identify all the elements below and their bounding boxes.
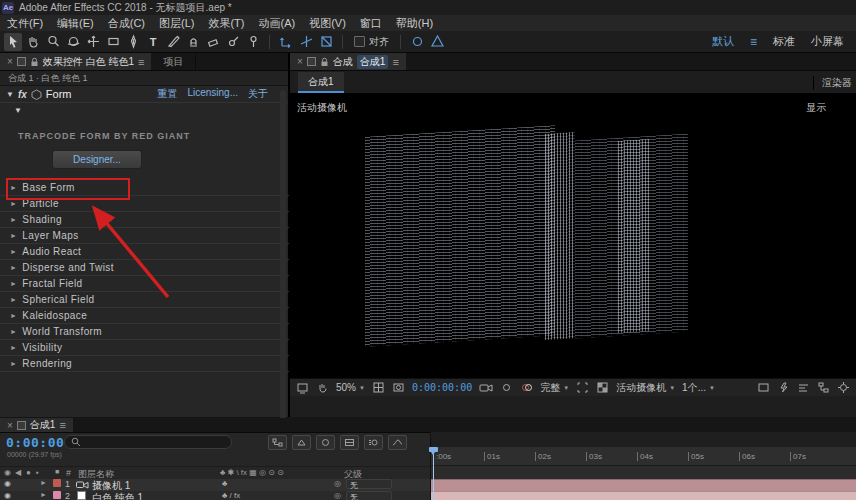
twirl-open-icon[interactable]: ▼	[6, 90, 14, 99]
resolution-select[interactable]: 完整 ▼	[540, 381, 569, 395]
checkbox-icon[interactable]	[354, 36, 365, 47]
hand-icon[interactable]	[316, 381, 329, 394]
snapping-checkbox[interactable]: 对齐	[354, 35, 389, 49]
orbit-camera-tool-icon[interactable]	[64, 33, 82, 51]
twirl-closed-icon[interactable]: ►	[10, 328, 17, 335]
hand-tool-icon[interactable]	[24, 33, 42, 51]
panel-menu-icon[interactable]: ≡	[138, 56, 144, 68]
group-layer-maps[interactable]: ►Layer Maps	[0, 228, 289, 244]
mask-visibility-icon[interactable]	[392, 381, 405, 394]
shy-layers-button[interactable]	[316, 435, 335, 450]
panel-menu-icon[interactable]: ≡	[392, 56, 398, 68]
motion-blur-button[interactable]	[364, 435, 383, 450]
view-layout-select[interactable]: 1个... ▼	[682, 381, 715, 395]
zoom-tool-icon[interactable]	[44, 33, 62, 51]
clone-stamp-tool-icon[interactable]	[184, 33, 202, 51]
flowchart-button-icon[interactable]	[817, 381, 830, 394]
parent-select[interactable]: 无 ▼	[346, 491, 392, 500]
pan-behind-tool-icon[interactable]	[84, 33, 102, 51]
workspace-small-screen-tab[interactable]: 小屏幕	[811, 34, 844, 49]
menu-file[interactable]: 文件(F)	[0, 16, 50, 31]
shape-options-icon[interactable]	[428, 33, 446, 51]
tab-composition[interactable]: × 合成 合成1 ≡	[290, 53, 406, 70]
twirl-closed-icon[interactable]: ►	[10, 312, 17, 319]
vertical-scrollbar[interactable]	[280, 90, 286, 420]
tab-effect-controls[interactable]: × 效果控件 白色 纯色1 ≡	[0, 53, 151, 70]
workspace-menu-icon[interactable]: ≡	[750, 35, 757, 49]
workspace-default-tab[interactable]: 默认	[712, 34, 734, 49]
twirl-closed-icon[interactable]: ►	[10, 296, 17, 303]
world-axis-mode-icon[interactable]	[297, 33, 315, 51]
transparency-grid-icon[interactable]	[596, 381, 609, 394]
menu-animation[interactable]: 动画(A)	[252, 16, 303, 31]
draft-3d-button[interactable]	[292, 435, 311, 450]
active-camera-select[interactable]: 活动摄像机 ▼	[616, 381, 675, 395]
group-visibility[interactable]: ►Visibility	[0, 340, 289, 356]
licensing-link[interactable]: Licensing...	[187, 87, 238, 101]
mask-options-icon[interactable]	[408, 33, 426, 51]
twirl-closed-icon[interactable]: ►	[10, 232, 17, 239]
twirl-closed-icon[interactable]: ►	[10, 184, 17, 191]
fast-previews-icon[interactable]	[777, 381, 790, 394]
twirl-open-icon[interactable]: ▼	[14, 106, 22, 115]
twirl-closed-icon[interactable]: ►	[10, 216, 17, 223]
time-ruler[interactable]: :00s 01s 02s 03s 04s 05s 06s 07s	[431, 447, 856, 466]
lock-icon[interactable]	[30, 57, 39, 67]
menu-edit[interactable]: 编辑(E)	[50, 16, 101, 31]
twirl-closed-icon[interactable]: ►	[10, 360, 17, 367]
snapshot-camera-icon[interactable]	[479, 382, 493, 393]
timeline-search-box[interactable]	[64, 435, 232, 449]
frame-blending-button[interactable]	[340, 435, 359, 450]
comp-current-time[interactable]: 0:00:00:00	[412, 382, 472, 393]
lock-icon[interactable]	[320, 57, 329, 67]
twirl-closed-icon[interactable]: ►	[10, 200, 17, 207]
selection-tool-icon[interactable]	[4, 33, 22, 51]
about-link[interactable]: 关于	[248, 87, 268, 101]
rectangle-tool-icon[interactable]	[104, 33, 122, 51]
current-time-indicator-handle[interactable]	[429, 447, 438, 452]
group-rendering[interactable]: ►Rendering	[0, 356, 289, 372]
solid-color-swatch[interactable]	[77, 491, 86, 500]
group-kaleidospace[interactable]: ►Kaleidospace	[0, 308, 289, 324]
pixel-aspect-icon[interactable]	[757, 381, 770, 394]
layer-duration-bar-white-solid[interactable]	[431, 491, 856, 500]
twirl-closed-icon[interactable]: ►	[10, 248, 17, 255]
group-spherical-field[interactable]: ►Spherical Field	[0, 292, 289, 308]
menu-window[interactable]: 窗口	[353, 16, 389, 31]
panel-menu-icon[interactable]: ≡	[59, 419, 65, 431]
twirl-closed-icon[interactable]: ►	[10, 264, 17, 271]
menu-help[interactable]: 帮助(H)	[389, 16, 440, 31]
type-tool-icon[interactable]: T	[144, 33, 162, 51]
layer-row-white-solid[interactable]: ◉ ► 2 白色 纯色 1 ♣ / fx ◎ 无 ▼	[0, 491, 430, 500]
workspace-standard-tab[interactable]: 标准	[773, 34, 795, 49]
roto-brush-tool-icon[interactable]	[224, 33, 242, 51]
eraser-tool-icon[interactable]	[204, 33, 222, 51]
group-shading[interactable]: ►Shading	[0, 212, 289, 228]
brush-tool-icon[interactable]	[164, 33, 182, 51]
twirl-closed-icon[interactable]: ►	[40, 491, 47, 498]
reset-link[interactable]: 重置	[157, 87, 177, 101]
label-color-chip[interactable]	[53, 491, 61, 499]
effect-options-twirl[interactable]: ▼	[0, 103, 288, 117]
parent-select[interactable]: 无 ▼	[346, 479, 392, 489]
tab-timeline-comp1[interactable]: × 合成1 ≡	[0, 418, 73, 432]
pen-tool-icon[interactable]	[124, 33, 142, 51]
search-input[interactable]	[84, 436, 225, 448]
grid-and-guides-icon[interactable]	[372, 381, 385, 394]
close-icon[interactable]: ×	[297, 56, 303, 67]
group-world-transform[interactable]: ►World Transform	[0, 324, 289, 340]
menu-view[interactable]: 视图(V)	[302, 16, 353, 31]
twirl-closed-icon[interactable]: ►	[40, 479, 47, 486]
layer-switches[interactable]: ♣	[222, 479, 227, 488]
show-snapshot-icon[interactable]	[500, 381, 513, 394]
twirl-closed-icon[interactable]: ►	[10, 344, 17, 351]
designer-button[interactable]: Designer...	[52, 150, 142, 169]
channels-icon[interactable]	[520, 381, 533, 394]
exposure-icon[interactable]	[837, 381, 850, 394]
puppet-pin-tool-icon[interactable]	[244, 33, 262, 51]
timeline-track-area[interactable]: :00s 01s 02s 03s 04s 05s 06s 07s	[430, 432, 856, 500]
twirl-closed-icon[interactable]: ►	[10, 280, 17, 287]
menu-composition[interactable]: 合成(C)	[101, 16, 152, 31]
layer-name[interactable]: 白色 纯色 1	[92, 491, 143, 500]
close-icon[interactable]: ×	[7, 420, 13, 431]
